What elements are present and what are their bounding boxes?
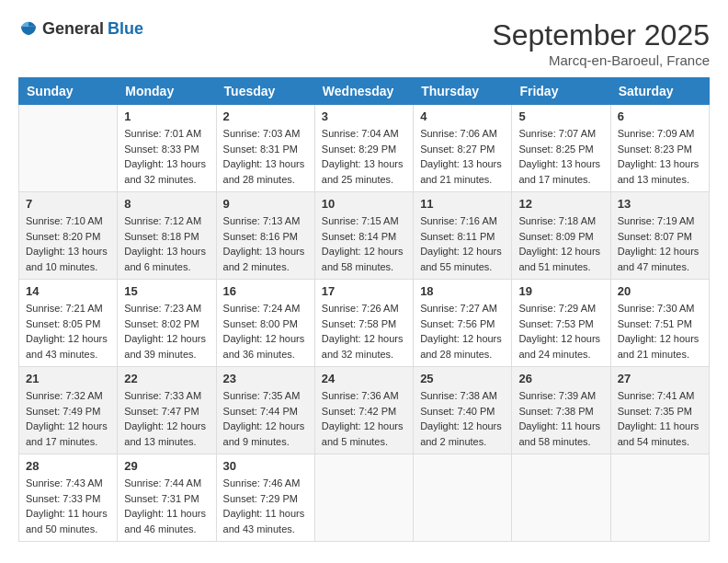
col-header-saturday: Saturday	[610, 78, 709, 105]
calendar-cell: 28Sunrise: 7:43 AMSunset: 7:33 PMDayligh…	[19, 454, 118, 542]
calendar-header-row: SundayMondayTuesdayWednesdayThursdayFrid…	[19, 78, 710, 105]
month-year: September 2025	[492, 18, 710, 52]
calendar-cell: 5Sunrise: 7:07 AMSunset: 8:25 PMDaylight…	[512, 105, 610, 192]
calendar-cell: 14Sunrise: 7:21 AMSunset: 8:05 PMDayligh…	[19, 280, 118, 367]
title-block: September 2025 Marcq-en-Baroeul, France	[492, 18, 710, 68]
day-number: 15	[124, 284, 209, 298]
calendar-cell: 10Sunrise: 7:15 AMSunset: 8:14 PMDayligh…	[314, 192, 413, 280]
cell-info: Sunrise: 7:29 AMSunset: 7:53 PMDaylight:…	[518, 301, 603, 362]
day-number: 22	[124, 372, 209, 385]
cell-info: Sunrise: 7:15 AMSunset: 8:14 PMDaylight:…	[322, 213, 406, 274]
calendar-cell: 12Sunrise: 7:18 AMSunset: 8:09 PMDayligh…	[512, 192, 610, 280]
day-number: 6	[618, 109, 702, 123]
cell-info: Sunrise: 7:43 AMSunset: 7:33 PMDaylight:…	[26, 476, 110, 536]
calendar-cell: 30Sunrise: 7:46 AMSunset: 7:29 PMDayligh…	[216, 454, 314, 542]
logo: GeneralBlue	[18, 18, 143, 39]
day-number: 8	[124, 197, 209, 211]
cell-info: Sunrise: 7:23 AMSunset: 8:02 PMDaylight:…	[124, 301, 209, 362]
col-header-thursday: Thursday	[414, 78, 512, 105]
day-number: 20	[618, 284, 702, 298]
col-header-monday: Monday	[118, 78, 216, 105]
day-number: 17	[322, 284, 406, 298]
day-number: 9	[223, 197, 308, 211]
calendar-cell: 13Sunrise: 7:19 AMSunset: 8:07 PMDayligh…	[610, 192, 709, 280]
day-number: 16	[223, 284, 308, 298]
cell-info: Sunrise: 7:12 AMSunset: 8:18 PMDaylight:…	[124, 213, 209, 274]
day-number: 4	[420, 109, 505, 123]
calendar-cell	[414, 454, 512, 542]
cell-info: Sunrise: 7:33 AMSunset: 7:47 PMDaylight:…	[124, 388, 209, 449]
cell-info: Sunrise: 7:01 AMSunset: 8:33 PMDaylight:…	[124, 126, 209, 187]
calendar-cell	[19, 105, 118, 192]
calendar-table: SundayMondayTuesdayWednesdayThursdayFrid…	[18, 77, 710, 542]
calendar-cell: 8Sunrise: 7:12 AMSunset: 8:18 PMDaylight…	[118, 192, 216, 280]
calendar-cell: 24Sunrise: 7:36 AMSunset: 7:42 PMDayligh…	[314, 367, 413, 454]
day-number: 26	[518, 372, 603, 385]
calendar-cell: 4Sunrise: 7:06 AMSunset: 8:27 PMDaylight…	[414, 105, 512, 192]
logo-blue: Blue	[108, 19, 143, 39]
calendar-week-row: 28Sunrise: 7:43 AMSunset: 7:33 PMDayligh…	[19, 454, 710, 542]
calendar-week-row: 14Sunrise: 7:21 AMSunset: 8:05 PMDayligh…	[19, 280, 710, 367]
logo-general: General	[42, 19, 104, 39]
day-number: 29	[124, 459, 209, 473]
cell-info: Sunrise: 7:30 AMSunset: 7:51 PMDaylight:…	[618, 301, 702, 362]
cell-info: Sunrise: 7:07 AMSunset: 8:25 PMDaylight:…	[518, 126, 603, 187]
day-number: 5	[518, 109, 603, 123]
calendar-cell: 17Sunrise: 7:26 AMSunset: 7:58 PMDayligh…	[314, 280, 413, 367]
calendar-cell: 25Sunrise: 7:38 AMSunset: 7:40 PMDayligh…	[414, 367, 512, 454]
calendar-cell: 6Sunrise: 7:09 AMSunset: 8:23 PMDaylight…	[610, 105, 709, 192]
day-number: 21	[26, 372, 110, 385]
cell-info: Sunrise: 7:32 AMSunset: 7:49 PMDaylight:…	[26, 388, 110, 449]
day-number: 10	[322, 197, 406, 211]
calendar-cell: 22Sunrise: 7:33 AMSunset: 7:47 PMDayligh…	[118, 367, 216, 454]
cell-info: Sunrise: 7:21 AMSunset: 8:05 PMDaylight:…	[26, 301, 110, 362]
cell-info: Sunrise: 7:27 AMSunset: 7:56 PMDaylight:…	[420, 301, 505, 362]
calendar-cell: 21Sunrise: 7:32 AMSunset: 7:49 PMDayligh…	[19, 367, 118, 454]
cell-info: Sunrise: 7:19 AMSunset: 8:07 PMDaylight:…	[618, 213, 702, 274]
day-number: 19	[518, 284, 603, 298]
cell-info: Sunrise: 7:06 AMSunset: 8:27 PMDaylight:…	[420, 126, 505, 187]
calendar-cell: 2Sunrise: 7:03 AMSunset: 8:31 PMDaylight…	[216, 105, 314, 192]
calendar-week-row: 21Sunrise: 7:32 AMSunset: 7:49 PMDayligh…	[19, 367, 710, 454]
day-number: 7	[26, 197, 110, 211]
cell-info: Sunrise: 7:36 AMSunset: 7:42 PMDaylight:…	[322, 388, 406, 449]
col-header-tuesday: Tuesday	[216, 78, 314, 105]
calendar-week-row: 1Sunrise: 7:01 AMSunset: 8:33 PMDaylight…	[19, 105, 710, 192]
day-number: 18	[420, 284, 505, 298]
calendar-cell: 18Sunrise: 7:27 AMSunset: 7:56 PMDayligh…	[414, 280, 512, 367]
cell-info: Sunrise: 7:10 AMSunset: 8:20 PMDaylight:…	[26, 213, 110, 274]
day-number: 25	[420, 372, 505, 385]
calendar-cell: 3Sunrise: 7:04 AMSunset: 8:29 PMDaylight…	[314, 105, 413, 192]
calendar-cell: 1Sunrise: 7:01 AMSunset: 8:33 PMDaylight…	[118, 105, 216, 192]
calendar-cell: 20Sunrise: 7:30 AMSunset: 7:51 PMDayligh…	[610, 280, 709, 367]
cell-info: Sunrise: 7:38 AMSunset: 7:40 PMDaylight:…	[420, 388, 505, 449]
calendar-cell: 26Sunrise: 7:39 AMSunset: 7:38 PMDayligh…	[512, 367, 610, 454]
cell-info: Sunrise: 7:13 AMSunset: 8:16 PMDaylight:…	[223, 213, 308, 274]
cell-info: Sunrise: 7:16 AMSunset: 8:11 PMDaylight:…	[420, 213, 505, 274]
day-number: 14	[26, 284, 110, 298]
cell-info: Sunrise: 7:44 AMSunset: 7:31 PMDaylight:…	[124, 476, 209, 536]
location: Marcq-en-Baroeul, France	[492, 52, 710, 68]
calendar-cell: 23Sunrise: 7:35 AMSunset: 7:44 PMDayligh…	[216, 367, 314, 454]
cell-info: Sunrise: 7:09 AMSunset: 8:23 PMDaylight:…	[618, 126, 702, 187]
calendar-cell	[512, 454, 610, 542]
day-number: 24	[322, 372, 406, 385]
day-number: 30	[223, 459, 308, 473]
col-header-wednesday: Wednesday	[314, 78, 413, 105]
cell-info: Sunrise: 7:39 AMSunset: 7:38 PMDaylight:…	[518, 388, 603, 449]
day-number: 23	[223, 372, 308, 385]
day-number: 12	[518, 197, 603, 211]
cell-info: Sunrise: 7:04 AMSunset: 8:29 PMDaylight:…	[322, 126, 406, 187]
day-number: 13	[618, 197, 702, 211]
logo-icon	[18, 18, 39, 39]
calendar-cell	[610, 454, 709, 542]
calendar-cell: 19Sunrise: 7:29 AMSunset: 7:53 PMDayligh…	[512, 280, 610, 367]
calendar-cell: 7Sunrise: 7:10 AMSunset: 8:20 PMDaylight…	[19, 192, 118, 280]
cell-info: Sunrise: 7:35 AMSunset: 7:44 PMDaylight:…	[223, 388, 308, 449]
cell-info: Sunrise: 7:41 AMSunset: 7:35 PMDaylight:…	[618, 388, 702, 449]
page-header: GeneralBlue September 2025 Marcq-en-Baro…	[18, 18, 710, 68]
calendar-cell: 16Sunrise: 7:24 AMSunset: 8:00 PMDayligh…	[216, 280, 314, 367]
cell-info: Sunrise: 7:46 AMSunset: 7:29 PMDaylight:…	[223, 476, 308, 536]
calendar-cell: 9Sunrise: 7:13 AMSunset: 8:16 PMDaylight…	[216, 192, 314, 280]
calendar-cell: 15Sunrise: 7:23 AMSunset: 8:02 PMDayligh…	[118, 280, 216, 367]
